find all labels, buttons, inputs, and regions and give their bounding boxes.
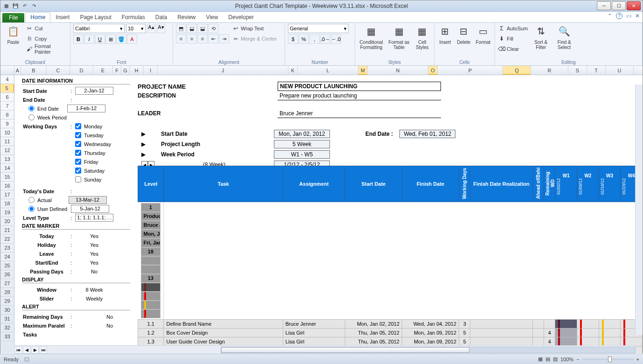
row-headers[interactable]: 4567891011121314151617181920212223242526… — [0, 75, 14, 353]
row-header-8[interactable]: 8 — [0, 111, 14, 119]
day-sunday-check[interactable] — [75, 176, 81, 182]
column-headers[interactable]: ABCDEFGHIJKLMNOPQRSTU — [0, 66, 643, 75]
project-name-field[interactable]: NEW PRODUCT LAUNCHING — [278, 82, 441, 91]
col-header-J[interactable]: J — [158, 66, 288, 75]
align-center-button[interactable]: ≡ — [187, 34, 197, 43]
window-close-icon[interactable]: ✕ — [635, 13, 640, 19]
wrap-text-button[interactable]: ↩Wrap Text — [232, 24, 277, 33]
row-header-7[interactable]: 7 — [0, 102, 14, 111]
align-right-button[interactable]: ≡ — [197, 34, 208, 43]
col-header-O[interactable]: O — [428, 66, 438, 75]
description-field[interactable]: Prepare new product launching — [278, 91, 441, 100]
autosum-button[interactable]: ΣAutoSum — [498, 24, 528, 33]
row-header-4[interactable]: 4 — [0, 75, 14, 84]
help-icon[interactable]: ? — [616, 13, 622, 19]
col-header-N[interactable]: N — [368, 66, 428, 75]
col-header-M[interactable]: M — [358, 66, 368, 75]
row-header-33[interactable]: 33 — [0, 332, 14, 341]
save-icon[interactable]: 💾 — [12, 2, 19, 10]
row-header-25[interactable]: 25 — [0, 261, 14, 270]
day-saturday-check[interactable] — [75, 168, 81, 174]
zoom-level[interactable]: 100% — [560, 357, 573, 362]
row-header-20[interactable]: 20 — [0, 217, 14, 226]
grow-font-button[interactable]: A▴ — [147, 24, 155, 33]
tab-view[interactable]: View — [201, 12, 224, 22]
col-header-T[interactable]: T — [587, 66, 606, 75]
row-header-18[interactable]: 18 — [0, 199, 14, 208]
comma-button[interactable]: , — [309, 35, 320, 44]
col-header-P[interactable]: P — [438, 66, 503, 75]
user-defined-date[interactable]: 5-Jan-12 — [71, 205, 109, 213]
fill-color-button[interactable]: 🪣 — [116, 35, 126, 44]
view-page-break-button[interactable]: ▧ — [553, 356, 558, 362]
zoom-out-button[interactable]: − — [576, 357, 579, 362]
col-header-S[interactable]: S — [568, 66, 587, 75]
level-type-field[interactable]: 1; 1.1; 1.1.1; . . — [75, 214, 113, 222]
gantt-row[interactable]: 1.1Define Brand NameBruce JennerMon, Jan… — [138, 320, 643, 329]
row-header-13[interactable]: 13 — [0, 155, 14, 164]
day-wednesday-check[interactable] — [75, 141, 81, 147]
sheet-nav-prev[interactable]: ◀ — [23, 346, 30, 354]
row-header-15[interactable]: 15 — [0, 173, 14, 182]
gantt-row[interactable]: 1.2Box Cover DesignLisa GirlThu, Jan 05,… — [138, 329, 643, 337]
row-header-16[interactable]: 16 — [0, 182, 14, 190]
vertical-scrollbar[interactable] — [635, 84, 643, 335]
row-header-24[interactable]: 24 — [0, 252, 14, 261]
row-header-27[interactable]: 27 — [0, 279, 14, 288]
clear-button[interactable]: ⌫Clear — [498, 44, 528, 54]
row-header-19[interactable]: 19 — [0, 208, 14, 217]
merge-center-button[interactable]: ⬌Merge & Center — [232, 34, 277, 43]
col-header-L[interactable]: L — [298, 66, 358, 75]
col-header-H[interactable]: H — [130, 66, 144, 75]
col-header-A[interactable]: A — [14, 66, 21, 75]
minimize-button[interactable]: ─ — [597, 1, 611, 10]
day-monday-check[interactable] — [75, 123, 81, 129]
col-header-E[interactable]: E — [93, 66, 113, 75]
tab-developer[interactable]: Developer — [223, 12, 259, 22]
minimize-ribbon-icon[interactable]: ⌃ — [608, 13, 612, 19]
italic-button[interactable]: I — [84, 35, 94, 44]
col-header-K[interactable]: K — [288, 66, 298, 75]
gantt-row[interactable]: 1Product Package PreparationBruce Jenner… — [138, 202, 164, 319]
align-bottom-button[interactable]: ⬓ — [197, 24, 208, 33]
border-button[interactable]: ⊞ — [105, 35, 116, 44]
percent-button[interactable]: % — [299, 35, 309, 44]
user-defined-radio[interactable] — [28, 206, 35, 212]
end-date-radio[interactable] — [28, 105, 35, 112]
row-header-21[interactable]: 21 — [0, 226, 14, 235]
paste-button[interactable]: 📋Paste — [3, 24, 23, 45]
redo-icon[interactable]: ↷ — [30, 2, 38, 10]
align-left-button[interactable]: ≡ — [176, 34, 186, 43]
row-header-28[interactable]: 28 — [0, 288, 14, 297]
row-header-14[interactable]: 14 — [0, 164, 14, 173]
actual-radio[interactable] — [28, 197, 35, 203]
format-as-table-button[interactable]: ▦Format as Table — [387, 24, 411, 50]
row-header-17[interactable]: 17 — [0, 190, 14, 199]
tab-insert[interactable]: Insert — [50, 12, 75, 22]
sort-filter-button[interactable]: ⇅Sort & Filter — [531, 24, 551, 50]
start-date-field[interactable]: 2-Jan-12 — [75, 87, 113, 95]
decrease-decimal-button[interactable]: ←.0 — [331, 35, 341, 44]
view-normal-button[interactable]: ▦ — [538, 356, 543, 362]
conditional-formatting-button[interactable]: ▦Conditional Formatting — [358, 24, 384, 50]
maximize-button[interactable]: ☐ — [612, 1, 626, 10]
col-header-F[interactable]: F — [113, 66, 121, 75]
day-thursday-check[interactable] — [75, 150, 81, 156]
tab-file[interactable]: File — [2, 13, 24, 22]
row-header-30[interactable]: 30 — [0, 306, 14, 315]
decrease-indent-button[interactable]: ⇤ — [208, 34, 218, 43]
horizontal-scrollbar[interactable] — [221, 347, 636, 353]
window-restore-icon[interactable]: ▭ — [626, 13, 631, 19]
row-header-5[interactable]: 5 — [0, 84, 14, 93]
gantt-row[interactable]: 1.3User Guide Cover DesignLisa GirlThu, … — [138, 337, 643, 346]
row-header-32[interactable]: 32 — [0, 323, 14, 332]
tab-review[interactable]: Review — [172, 12, 201, 22]
increase-indent-button[interactable]: ⇥ — [219, 34, 229, 43]
sheet-nav-last[interactable]: ⏭ — [40, 346, 47, 354]
day-friday-check[interactable] — [75, 159, 81, 165]
cell-styles-button[interactable]: ▦Cell Styles — [413, 24, 431, 50]
row-header-29[interactable]: 29 — [0, 297, 14, 306]
fill-button[interactable]: ⬇Fill — [498, 34, 528, 43]
col-header-R[interactable]: R — [531, 66, 568, 75]
day-tuesday-check[interactable] — [75, 132, 81, 138]
